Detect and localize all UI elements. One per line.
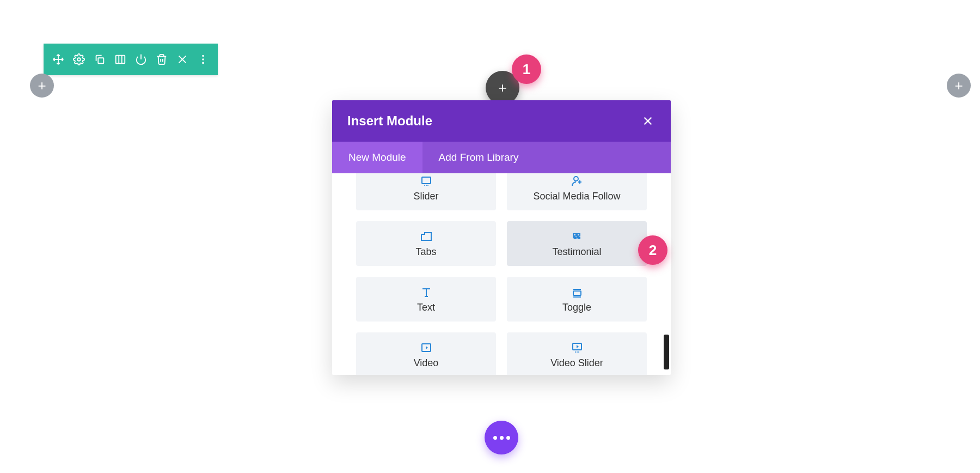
testimonial-icon — [571, 230, 584, 243]
move-icon[interactable] — [48, 49, 69, 70]
module-social-media-follow[interactable]: Social Media Follow — [507, 173, 647, 210]
modal-header: Insert Module — [332, 100, 671, 142]
svg-rect-25 — [573, 291, 581, 295]
svg-point-10 — [202, 62, 204, 64]
svg-rect-13 — [422, 177, 431, 184]
gear-icon[interactable] — [69, 49, 89, 70]
svg-point-33 — [578, 351, 579, 353]
close-icon[interactable] — [172, 49, 193, 70]
power-icon[interactable] — [131, 49, 151, 70]
modal-close-button[interactable] — [640, 113, 656, 129]
module-slider[interactable]: Slider — [356, 173, 496, 210]
tabs-icon — [420, 230, 433, 243]
row-toolbar — [44, 44, 218, 75]
module-label: Tabs — [415, 246, 436, 258]
svg-rect-1 — [98, 58, 103, 63]
svg-point-0 — [77, 58, 81, 61]
video-icon — [420, 341, 433, 354]
text-icon — [420, 286, 433, 299]
svg-point-32 — [577, 351, 578, 353]
modal-title: Insert Module — [347, 113, 432, 129]
module-label: Social Media Follow — [533, 191, 620, 202]
module-label: Video — [414, 357, 439, 369]
module-label: Text — [417, 302, 435, 313]
modal-body: Slider Social Media Follow Tabs Testimon… — [332, 173, 671, 375]
svg-point-16 — [427, 185, 428, 186]
module-text[interactable]: Text — [356, 277, 496, 322]
tab-add-from-library[interactable]: Add From Library — [422, 142, 535, 173]
svg-marker-30 — [577, 345, 579, 348]
annotation-badge-1: 1 — [512, 54, 541, 84]
svg-point-15 — [426, 185, 427, 186]
slider-icon — [420, 174, 433, 187]
trash-icon[interactable] — [151, 49, 172, 70]
module-label: Testimonial — [552, 246, 601, 258]
module-video[interactable]: Video — [356, 332, 496, 375]
annotation-badge-2: 2 — [638, 235, 667, 265]
scrollbar-thumb[interactable] — [664, 335, 669, 369]
video-slider-icon — [571, 341, 584, 354]
expand-settings-button[interactable] — [485, 421, 518, 454]
svg-rect-2 — [116, 56, 125, 64]
module-label: Slider — [413, 191, 438, 202]
toggle-icon — [571, 286, 584, 299]
tab-new-module[interactable]: New Module — [332, 142, 422, 173]
svg-point-17 — [574, 177, 578, 181]
module-label: Video Slider — [550, 357, 603, 369]
duplicate-icon[interactable] — [89, 49, 110, 70]
insert-module-modal: Insert Module New Module Add From Librar… — [332, 100, 671, 375]
svg-point-9 — [202, 58, 204, 60]
modal-tabs: New Module Add From Library — [332, 142, 671, 173]
module-tabs[interactable]: Tabs — [356, 221, 496, 266]
add-section-left-button[interactable]: + — [30, 74, 54, 98]
module-video-slider[interactable]: Video Slider — [507, 332, 647, 375]
svg-point-8 — [202, 55, 204, 57]
more-icon[interactable] — [193, 49, 213, 70]
svg-point-14 — [424, 185, 425, 186]
add-section-right-button[interactable]: + — [947, 74, 971, 98]
svg-marker-28 — [426, 346, 428, 349]
module-label: Toggle — [562, 302, 591, 313]
module-toggle[interactable]: Toggle — [507, 277, 647, 322]
columns-icon[interactable] — [110, 49, 131, 70]
module-testimonial[interactable]: Testimonial — [507, 221, 647, 266]
svg-point-31 — [575, 351, 576, 353]
social-follow-icon — [571, 174, 584, 187]
